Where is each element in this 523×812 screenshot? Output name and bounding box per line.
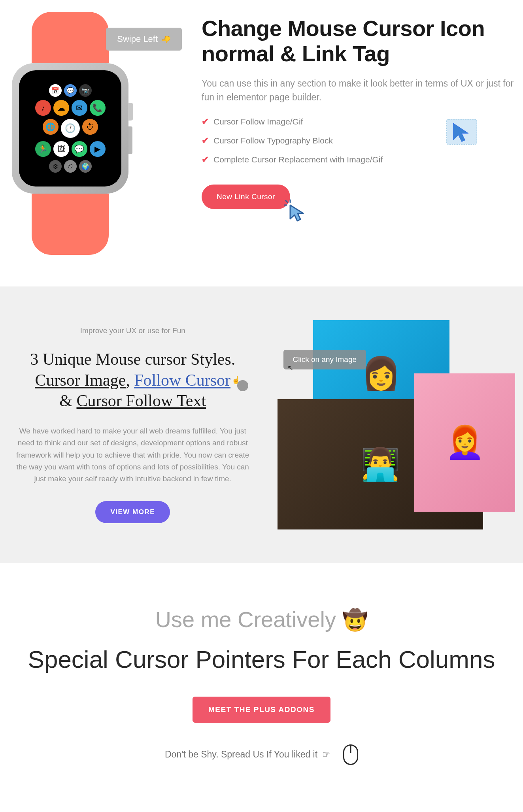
watch-side-button [128, 126, 132, 154]
title-underline-1: Cursor Image [35, 371, 126, 389]
mouse-icon [343, 744, 358, 765]
watch-band-top [32, 12, 109, 63]
title-sep2: & [59, 392, 76, 410]
svg-line-3 [286, 201, 287, 202]
swipe-left-badge: Swipe Left 👈 [106, 28, 182, 51]
styles-paragraph: We have worked hard to make your all web… [12, 425, 254, 485]
app-icon: 📅 [49, 84, 62, 97]
app-icon: 🌐 [43, 119, 59, 135]
title-underline-2: Cursor Follow Text [77, 392, 206, 410]
creative-subtitle-text: Use me Creatively [155, 607, 342, 632]
pointing-hand-icon: 👈 [161, 34, 171, 44]
feature-text: Cursor Follow Typography Block [213, 136, 333, 145]
watch-column: Swipe Left 👈 📅 💬 📷 ♪ ☁ ✉ [8, 12, 182, 255]
app-icon: ⏲ [64, 160, 77, 173]
new-link-cursor-button[interactable]: New Link Cursor [202, 185, 290, 209]
spread-row: Don't be Shy. Spread Us If You liked it … [8, 744, 515, 765]
app-icon: ⏱ [82, 119, 98, 135]
hero-button-row: New Link Cursor [202, 185, 290, 209]
app-icon: 💬 [72, 141, 87, 157]
title-sep: , [126, 371, 134, 389]
click-image-badge: Click on any Image [283, 350, 366, 369]
styles-images: Click on any Image ↖ 👩 👨‍💻 👩‍🦰 [274, 320, 515, 529]
watch-crown [128, 103, 133, 121]
watch-body: 📅 💬 📷 ♪ ☁ ✉ 📞 🌐 🕐 ⏱ [12, 63, 128, 194]
follow-cursor-link[interactable]: Follow Cursor [134, 371, 230, 389]
app-icon: 🌍 [79, 160, 92, 173]
cursor-click-icon [284, 199, 308, 223]
hero-subtitle: You can use this in any section to make … [202, 77, 515, 105]
feature-text: Cursor Follow Image/Gif [213, 117, 303, 126]
creative-title: Special Cursor Pointers For Each Columns [8, 644, 515, 675]
hero-title: Change Mouse Cursor Icon normal & Link T… [202, 16, 515, 67]
app-icon: ⚙ [49, 160, 62, 173]
gallery-image-3[interactable]: 👩‍🦰 [414, 373, 515, 512]
swipe-left-label: Swipe Left [117, 34, 158, 44]
hand-point-right-icon: ☞ [322, 749, 330, 760]
app-icon: 📞 [90, 100, 106, 116]
hero-section: Swipe Left 👈 📅 💬 📷 ♪ ☁ ✉ [0, 0, 523, 286]
watch-screen: 📅 💬 📷 ♪ ☁ ✉ 📞 🌐 🕐 ⏱ [19, 70, 121, 187]
clock-app-icon: 🕐 [61, 119, 80, 138]
feature-block: ✔Cursor Follow Image/Gif ✔Cursor Follow … [202, 117, 515, 165]
watch-band-bottom [32, 194, 109, 255]
styles-content: Improve your UX or use for Fun 3 Unique … [8, 326, 258, 523]
spread-text: Don't be Shy. Spread Us If You liked it [165, 749, 317, 760]
cursor-large-icon [444, 117, 480, 150]
app-icon: ☁ [53, 100, 69, 116]
check-icon: ✔ [202, 117, 209, 127]
creative-section: Use me Creatively 🤠 Special Cursor Point… [0, 563, 523, 789]
arrow-pointer-icon: ↖ [287, 364, 293, 372]
styles-title: 3 Unique Mouse cursor Styles. Cursor Ima… [12, 349, 254, 411]
cowboy-emoji-icon: 🤠 [342, 609, 368, 631]
app-icon: ✉ [72, 100, 87, 116]
styles-section: Improve your UX or use for Fun 3 Unique … [0, 286, 523, 563]
cursor-dot-icon [237, 380, 248, 391]
app-icon: ♪ [35, 100, 51, 116]
styles-eyebrow: Improve your UX or use for Fun [12, 326, 254, 335]
title-line1: 3 Unique Mouse cursor Styles. [30, 350, 235, 368]
hero-content: Change Mouse Cursor Icon normal & Link T… [202, 12, 515, 255]
creative-subtitle: Use me Creatively 🤠 [8, 607, 515, 632]
app-icon: 🏃 [35, 141, 51, 157]
feature-text: Complete Cursor Replacement with Image/G… [213, 155, 383, 164]
check-icon: ✔ [202, 136, 209, 146]
meet-addons-button[interactable]: MEET THE PLUS ADDONS [193, 697, 330, 723]
feature-item: ✔Complete Cursor Replacement with Image/… [202, 154, 515, 165]
app-icon: 💬 [64, 84, 77, 97]
app-icon: 🖼 [53, 141, 69, 157]
view-more-button[interactable]: VIEW MORE [95, 501, 170, 523]
check-icon: ✔ [202, 154, 209, 165]
app-icon: 📷 [79, 84, 92, 97]
app-icon: ▶ [90, 141, 106, 157]
